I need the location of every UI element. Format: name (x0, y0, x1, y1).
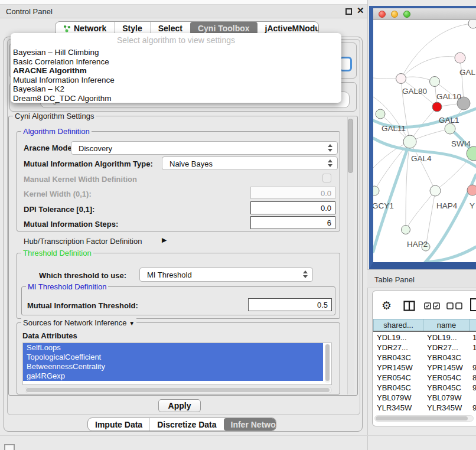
table-row[interactable]: YBR045CYBR045C9. (373, 383, 476, 393)
which-threshold-select[interactable]: MI Threshold (139, 268, 313, 282)
apply-button[interactable]: Apply (158, 399, 201, 412)
split-columns-icon[interactable] (403, 301, 415, 311)
expand-arrow-icon[interactable]: ▶ (162, 236, 167, 244)
mi-threshold-field[interactable]: 0.5 (248, 298, 332, 311)
table-header-row[interactable]: shared... name A (373, 319, 476, 332)
aracne-mode-select[interactable]: Discovery (71, 141, 338, 155)
table-cell: 9. (470, 363, 476, 373)
dpi-tolerance-label: DPI Tolerance [0,1]: (24, 205, 94, 214)
node-label: GAL10 (436, 92, 461, 101)
column-header[interactable]: A (470, 319, 476, 331)
table-cell: YDR27... (373, 343, 423, 353)
settings-scrollbar-thumb[interactable] (348, 119, 353, 173)
tab-label: Cyni Toolbox (198, 24, 250, 33)
table-cell: YBR045C (373, 383, 423, 393)
algorithm-option[interactable]: Bayesian – Hill Climbing (13, 48, 339, 57)
table-cell: YIL052C (423, 413, 470, 415)
table-row[interactable]: YBL079WYBL079W (373, 393, 476, 403)
attribute-item[interactable]: BetweennessCentrality (23, 362, 323, 371)
table-row[interactable]: YBR043CYBR043C (373, 353, 476, 363)
dpi-tolerance-field[interactable]: 0.0 (250, 201, 335, 214)
kernel-width-field[interactable]: 0.0 (250, 187, 335, 199)
table-hscrollbar-thumb[interactable] (376, 416, 468, 420)
table-cell: YPR145W (373, 363, 423, 373)
data-attributes-list[interactable]: SelfLoopsTopologicalCoefficientBetweenne… (22, 343, 332, 385)
table-row[interactable]: YPR145WYPR145W9. (373, 363, 476, 373)
node-hap4[interactable] (430, 185, 441, 196)
list-vscrollbar-thumb[interactable] (325, 344, 330, 381)
network-window-titlebar[interactable] (373, 8, 476, 20)
deselect-all-columns-icon[interactable] (446, 302, 463, 309)
node-gal-partial[interactable] (455, 53, 465, 63)
algorithm-option[interactable]: Basic Correlation Inference (13, 57, 339, 67)
table-row[interactable]: YLR345WYLR345W9. (373, 403, 476, 413)
node-gal80[interactable] (396, 74, 406, 84)
manual-kernel-checkbox[interactable] (322, 174, 331, 182)
table-cell: YBR045C (423, 383, 470, 393)
minimized-panel-icon[interactable] (4, 444, 15, 450)
node-gal10[interactable] (430, 77, 440, 87)
column-header[interactable]: name (423, 319, 470, 331)
select-all-columns-icon[interactable] (424, 302, 441, 309)
gear-icon[interactable]: ⚙ (382, 299, 392, 312)
aracne-mode-label: Aracne Mode: (24, 144, 74, 152)
table-cell: YBL079W (373, 393, 423, 403)
node-gal4[interactable] (403, 135, 416, 148)
node-gal11[interactable] (376, 109, 385, 119)
table-cell: YDL19... (423, 332, 470, 343)
stepper-arrows-icon (303, 270, 308, 278)
mi-type-select[interactable]: Naive Bayes (162, 156, 338, 170)
close-icon[interactable]: ✕ (357, 5, 364, 16)
which-threshold-label: Which threshold to use: (39, 271, 126, 280)
control-panel-titlebar: Control Panel ✕ (0, 5, 367, 18)
algorithm-option[interactable]: Bayesian – K2 (13, 84, 339, 94)
column-header[interactable]: shared... (373, 319, 423, 331)
table-cell: YLR345W (423, 403, 470, 413)
algorithm-option[interactable]: Dream8 DC_TDC Algorithm (13, 94, 339, 103)
tab-label: Select (158, 24, 182, 33)
attribute-item[interactable]: SelfLoops (23, 343, 323, 353)
list-hscrollbar-thumb[interactable] (26, 388, 330, 392)
node-gal1[interactable] (432, 102, 442, 112)
node-label: GAL1 (439, 116, 459, 125)
bottom-tab-discretize-data[interactable]: Discretize Data (149, 418, 223, 431)
table-cell (470, 393, 476, 403)
attribute-item[interactable]: TopologicalCoefficient (23, 353, 323, 362)
node-salmon[interactable] (467, 185, 476, 195)
node-gcy1[interactable] (373, 186, 379, 195)
bottom-tab-infer-network[interactable]: Infer Network (224, 418, 276, 431)
node-partial-top[interactable] (468, 20, 476, 28)
table-row[interactable]: YIL052CYIL052C9 (373, 413, 476, 415)
node-label: GCY1 (373, 201, 394, 210)
network-graph: GAL GAL80 GAL10 GAL1 GAL11 SWI4 GAL4 GCY… (373, 20, 476, 262)
network-icon (63, 25, 71, 32)
close-traffic-light-icon[interactable] (379, 11, 386, 18)
table-row[interactable]: YER054CYER054C8. (373, 373, 476, 383)
algorithm-dropdown-popup: Select algorithm to view settings Bayesi… (11, 33, 341, 103)
network-canvas[interactable]: GAL GAL80 GAL10 GAL1 GAL11 SWI4 GAL4 GCY… (373, 20, 476, 262)
control-panel-title: Control Panel (6, 7, 53, 16)
table-row[interactable]: YDL19...YDL19...13 (373, 332, 476, 343)
sources-title-text: Sources for Network Inference (23, 318, 127, 327)
table-row[interactable]: YDR27...YDR27...12 (373, 343, 476, 353)
zoom-traffic-light-icon[interactable] (403, 11, 410, 18)
mi-steps-field[interactable]: 6 (250, 216, 335, 229)
algorithm-option[interactable]: Mutual Information Inference (13, 76, 339, 85)
collapse-arrow-icon[interactable]: ▼ (129, 320, 135, 327)
attribute-item[interactable]: gal4RGexp (23, 371, 323, 381)
minimize-traffic-light-icon[interactable] (391, 11, 398, 18)
table-panel-title: Table Panel (374, 275, 415, 284)
mi-threshold-label: Mutual Information Threshold: (27, 301, 138, 310)
table-cell: 9. (470, 403, 476, 413)
cyni-bottom-tabs: Impute DataDiscretize DataInfer Network (87, 418, 276, 431)
export-table-icon[interactable] (470, 298, 476, 312)
float-panel-icon[interactable] (345, 8, 352, 15)
table-cell: YDL19... (373, 332, 423, 343)
node-swi4[interactable] (445, 123, 455, 134)
tab-label: jActiveMNodules (265, 24, 319, 33)
node-hap2[interactable] (402, 226, 410, 234)
bottom-tab-impute-data[interactable]: Impute Data (88, 418, 149, 431)
mi-threshold-title: MI Threshold Definition (26, 282, 108, 291)
algorithm-definition-title: Algorithm Definition (21, 127, 92, 136)
algorithm-option[interactable]: ARACNE Algorithm (13, 66, 339, 76)
